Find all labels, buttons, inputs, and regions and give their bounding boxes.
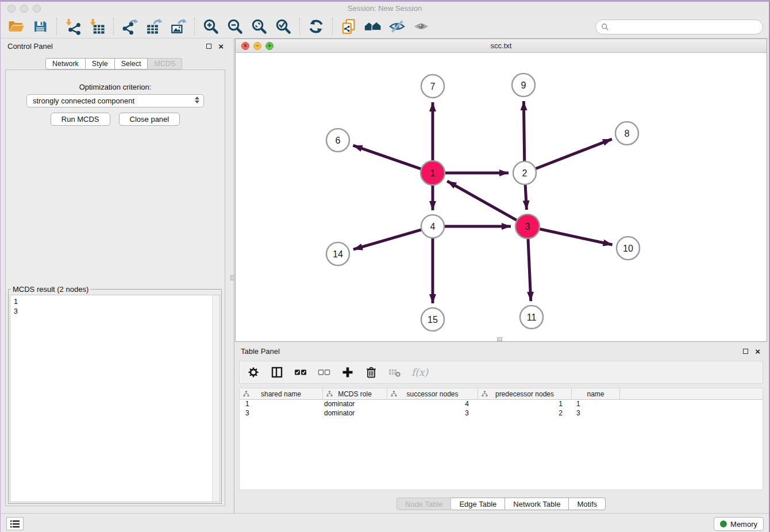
zoom-fit-icon[interactable] <box>247 17 271 36</box>
splitter-grip[interactable] <box>230 275 234 280</box>
tab-node-table[interactable]: Node Table <box>396 498 452 510</box>
table-cell[interactable]: 3 <box>387 409 478 418</box>
tab-style[interactable]: Style <box>86 58 115 70</box>
table-cell[interactable]: dominator <box>323 400 387 409</box>
graph-node-7[interactable]: 7 <box>421 75 444 98</box>
svg-text:6: 6 <box>336 136 341 145</box>
table-cell[interactable]: 1 <box>572 400 620 409</box>
graph-edge-2-9[interactable] <box>523 101 524 163</box>
canvas-grip[interactable] <box>497 337 502 341</box>
zoom-in-icon[interactable] <box>199 17 223 36</box>
table-cell[interactable]: dominator <box>323 409 387 418</box>
table-row[interactable]: 1dominator411 <box>240 400 763 409</box>
graph-edge-3-1[interactable] <box>447 181 518 221</box>
optimization-criterion-label: Optimization criterion: <box>6 83 225 91</box>
table-cell[interactable]: 3 <box>240 409 323 418</box>
network-graph[interactable]: 7968124314101511 <box>236 53 767 341</box>
deselect-all-checkbox-icon[interactable] <box>317 365 331 379</box>
table-options-icon[interactable] <box>247 365 260 379</box>
search-input[interactable] <box>612 21 763 33</box>
select-all-checkbox-icon[interactable] <box>294 365 307 379</box>
function-builder-icon[interactable]: f(x) <box>411 367 428 378</box>
table-panel-title: Table Panel <box>241 347 280 356</box>
graph-edge-3-11[interactable] <box>528 237 531 301</box>
panel-splitter[interactable] <box>230 38 234 513</box>
column-type-icon <box>391 391 397 397</box>
zoom-selected-icon[interactable] <box>271 17 295 36</box>
delete-table-icon[interactable] <box>388 365 402 379</box>
tab-select[interactable]: Select <box>115 58 148 70</box>
graph-edge-3-10[interactable] <box>538 229 613 245</box>
table-row[interactable]: 3dominator323 <box>240 409 763 418</box>
table-cell[interactable]: 1 <box>240 400 323 409</box>
float-table-panel-icon[interactable] <box>743 349 748 354</box>
graph-edge-2-3[interactable] <box>525 183 526 210</box>
refresh-layout-icon[interactable] <box>304 17 328 36</box>
export-image-icon[interactable] <box>166 17 190 36</box>
close-table-panel-icon[interactable]: × <box>755 349 760 354</box>
table-tabs: Node TableEdge TableNetwork TableMotifs <box>235 498 767 510</box>
graph-node-14[interactable]: 14 <box>326 242 349 265</box>
result-scrollbar[interactable] <box>212 295 220 502</box>
first-neighbors-icon[interactable] <box>361 17 385 36</box>
table-cell[interactable]: 4 <box>387 400 478 409</box>
graph-edge-4-14[interactable] <box>353 229 423 249</box>
graph-node-9[interactable]: 9 <box>512 74 535 97</box>
close-panel-button[interactable]: Close panel <box>119 113 180 126</box>
close-panel-icon[interactable]: × <box>218 44 224 49</box>
graph-node-4[interactable]: 4 <box>421 215 444 238</box>
criterion-dropdown[interactable]: strongly connected component <box>26 94 204 107</box>
graph-node-3[interactable]: 3 <box>515 214 540 238</box>
table-cell[interactable]: 2 <box>478 409 572 418</box>
hide-selected-icon[interactable] <box>385 17 409 36</box>
copy-network-icon[interactable] <box>337 17 361 36</box>
export-table-icon[interactable] <box>142 17 166 36</box>
table-cell[interactable]: 3 <box>572 409 620 418</box>
graph-node-6[interactable]: 6 <box>326 129 349 152</box>
column-header-successor-nodes[interactable]: successor nodes <box>387 388 478 399</box>
svg-text:2: 2 <box>522 168 528 178</box>
session-title: Session: New Session <box>1 4 769 13</box>
tab-mcds[interactable]: MCDS <box>148 58 182 70</box>
graph-edge-1-6[interactable] <box>353 145 422 169</box>
graph-edge-2-8[interactable] <box>534 139 612 169</box>
memory-button[interactable]: Memory <box>714 517 764 531</box>
graph-node-2[interactable]: 2 <box>513 161 536 184</box>
network-canvas[interactable]: 7968124314101511 <box>236 53 767 341</box>
save-session-icon[interactable] <box>28 17 52 36</box>
export-network-icon[interactable] <box>118 17 142 36</box>
delete-column-icon[interactable] <box>364 365 378 379</box>
float-panel-icon[interactable] <box>206 44 211 49</box>
graph-node-10[interactable]: 10 <box>617 237 640 260</box>
tab-network[interactable]: Network <box>45 58 86 70</box>
import-table-icon[interactable] <box>85 17 109 36</box>
run-mcds-button[interactable]: Run MCDS <box>51 113 110 126</box>
toolbar-separator <box>113 18 114 35</box>
mcds-result-list[interactable]: 13 <box>10 295 220 318</box>
mcds-result-box: MCDS result (2 nodes) 13 <box>8 285 222 504</box>
task-history-button[interactable] <box>6 517 24 530</box>
table-cell[interactable]: 1 <box>478 400 572 409</box>
network-window-titlebar[interactable]: × − + scc.txt <box>236 39 767 53</box>
graph-node-1[interactable]: 1 <box>421 161 445 185</box>
column-header-MCDS-role[interactable]: MCDS role <box>323 388 387 399</box>
toolbar-separator <box>56 18 57 35</box>
zoom-out-icon[interactable] <box>223 17 247 36</box>
column-header-shared-name[interactable]: shared name <box>240 388 323 399</box>
graph-node-8[interactable]: 8 <box>615 122 638 145</box>
import-network-icon[interactable] <box>61 17 85 36</box>
column-header-name[interactable]: name <box>572 388 620 399</box>
show-columns-icon[interactable] <box>270 365 284 379</box>
tab-network-table[interactable]: Network Table <box>505 498 569 510</box>
show-all-icon[interactable] <box>409 17 433 36</box>
column-header-predecessor-nodes[interactable]: predecessor nodes <box>478 388 572 399</box>
open-session-icon[interactable] <box>4 17 28 36</box>
search-field[interactable] <box>595 20 763 34</box>
tab-motifs[interactable]: Motifs <box>569 498 606 510</box>
mcds-panel: Optimization criterion: strongly connect… <box>5 70 225 506</box>
table-panel: Table Panel × <box>235 344 767 511</box>
add-column-icon[interactable] <box>341 365 355 379</box>
graph-node-15[interactable]: 15 <box>421 308 444 331</box>
graph-node-11[interactable]: 11 <box>520 306 543 329</box>
tab-edge-table[interactable]: Edge Table <box>451 498 505 510</box>
